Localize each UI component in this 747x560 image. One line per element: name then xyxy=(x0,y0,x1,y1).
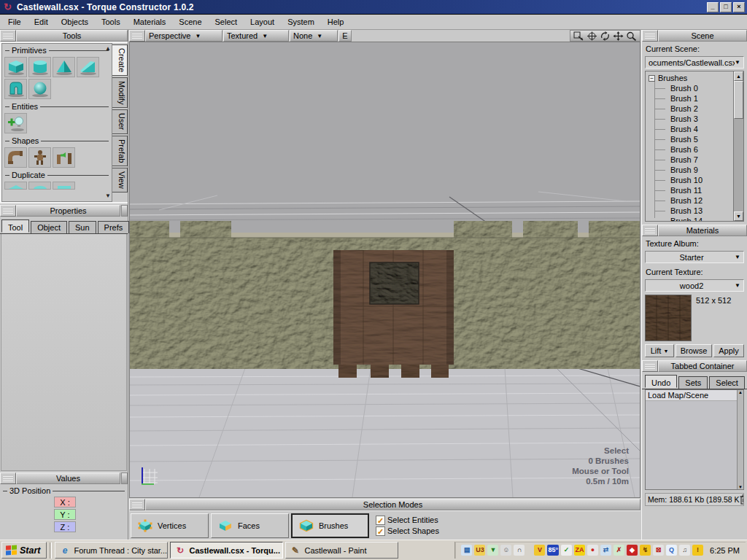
render-mode-dropdown[interactable]: Textured▼ xyxy=(223,30,289,42)
primitive-pyramid-button[interactable] xyxy=(53,57,75,77)
lift-button[interactable]: Lift▼ xyxy=(645,344,674,357)
rotate-icon[interactable] xyxy=(600,31,611,41)
quicktime-icon[interactable]: Q xyxy=(666,545,677,556)
tree-item-brush[interactable]: Brush 0 xyxy=(646,83,733,93)
target-icon[interactable] xyxy=(587,31,597,41)
primitive-sphere-button[interactable] xyxy=(28,79,51,99)
tree-root-brushes[interactable]: − Brushes xyxy=(646,73,733,83)
tab-object[interactable]: Object xyxy=(31,221,67,233)
collapse-icon[interactable]: − xyxy=(649,75,655,82)
updater-icon[interactable]: ▼ xyxy=(487,545,498,556)
menu-objects[interactable]: Objects xyxy=(55,15,95,28)
primitive-arch-button[interactable] xyxy=(4,79,27,99)
panel-grip-icon[interactable] xyxy=(0,30,16,42)
network-places-icon[interactable]: ⇄ xyxy=(600,545,611,556)
panel-grip-icon[interactable] xyxy=(129,30,145,42)
minimize-button[interactable]: _ xyxy=(707,2,719,12)
duplicate-tool-button[interactable] xyxy=(28,182,51,190)
close-button[interactable]: × xyxy=(733,2,745,12)
menu-scene[interactable]: Scene xyxy=(172,15,208,28)
taskbar-window-forum[interactable]: e Forum Thread : City star... xyxy=(55,542,168,559)
tab-prefab[interactable]: Prefab xyxy=(112,136,128,166)
panel-grip-icon[interactable] xyxy=(0,205,16,217)
voice-chat-icon[interactable]: V xyxy=(534,545,545,556)
scroll-down-icon[interactable]: ▼ xyxy=(734,211,743,221)
tree-item-brush[interactable]: Brush 11 xyxy=(646,185,733,195)
menu-file[interactable]: File xyxy=(1,15,28,28)
panel-grip-icon[interactable] xyxy=(642,360,658,372)
shape-creature-button[interactable] xyxy=(28,147,51,168)
tab-tool[interactable]: Tool xyxy=(1,219,29,233)
zoom-icon[interactable] xyxy=(626,31,637,41)
menu-system[interactable]: System xyxy=(281,15,321,28)
tab-sets[interactable]: Sets xyxy=(678,376,708,389)
tree-item-brush[interactable]: Brush 3 xyxy=(646,114,733,124)
tree-item-brush[interactable]: Brush 4 xyxy=(646,124,733,134)
tab-prefs[interactable]: Prefs xyxy=(98,221,130,233)
shape-pipe-button[interactable] xyxy=(4,147,27,168)
tree-item-brush[interactable]: Brush 2 xyxy=(646,104,733,114)
texture-album-dropdown[interactable]: Starter ▼ xyxy=(645,251,744,263)
zonealarm-icon[interactable]: ZA xyxy=(574,545,585,556)
trash-icon[interactable] xyxy=(740,494,745,505)
scroll-up-icon[interactable]: ▲ xyxy=(734,71,743,81)
view-mode-dropdown[interactable]: Perspective▼ xyxy=(145,30,222,42)
menu-edit[interactable]: Edit xyxy=(28,15,55,28)
apply-button[interactable]: Apply xyxy=(713,344,744,357)
move-icon[interactable] xyxy=(613,31,624,41)
scroll-down-icon[interactable]: ▼ xyxy=(105,193,111,199)
panel-grip-icon[interactable] xyxy=(642,30,658,42)
3d-viewport[interactable]: Select 0 Brushes Mouse or Tool 0.5m / 10… xyxy=(129,42,640,498)
select-shapes-checkbox[interactable]: ✓ Select Shapes xyxy=(376,526,439,536)
menu-materials[interactable]: Materials xyxy=(127,15,173,28)
browse-button[interactable]: Browse xyxy=(676,344,712,357)
tab-select[interactable]: Select xyxy=(709,376,745,389)
tab-view[interactable]: View xyxy=(112,168,128,192)
maximize-button[interactable]: □ xyxy=(720,2,732,12)
taskbar-window-torque[interactable]: ↻ Castlewall.csx - Torqu... xyxy=(170,542,283,559)
display-settings-icon[interactable]: ● xyxy=(587,545,598,556)
winamp-icon[interactable]: ↯ xyxy=(640,545,651,556)
messenger-icon[interactable]: ☺ xyxy=(500,545,511,556)
tab-user[interactable]: User xyxy=(112,109,128,133)
current-texture-dropdown[interactable]: wood2 ▼ xyxy=(645,279,744,292)
select-entities-checkbox[interactable]: ✓ Select Entities xyxy=(376,516,439,525)
volume-icon[interactable]: ♫ xyxy=(679,545,690,556)
tree-item-brush[interactable]: Brush 6 xyxy=(646,144,733,155)
menu-tools[interactable]: Tools xyxy=(95,15,127,28)
vertices-mode-button[interactable]: Vertices xyxy=(131,513,209,538)
duplicate-tool-button[interactable] xyxy=(53,182,75,190)
expand-viewport-button[interactable]: E xyxy=(338,30,352,42)
grid-mode-dropdown[interactable]: None▼ xyxy=(290,30,338,42)
panel-grip-icon[interactable] xyxy=(642,225,658,236)
panel-gadget[interactable] xyxy=(121,205,128,217)
lan-status-icon[interactable]: ▤ xyxy=(461,545,472,556)
scrollbar-thumb[interactable] xyxy=(734,81,743,119)
tab-sun[interactable]: Sun xyxy=(69,221,96,233)
select-region-icon[interactable] xyxy=(573,31,584,41)
menu-help[interactable]: Help xyxy=(321,15,351,28)
sync-error-icon[interactable]: ✗ xyxy=(614,545,624,556)
scroll-up-icon[interactable]: ▲ xyxy=(738,390,743,394)
brushes-mode-button[interactable]: Brushes xyxy=(291,513,369,538)
panel-gadget[interactable] xyxy=(121,472,128,484)
undo-list-scrollbar[interactable]: ▲ ▼ xyxy=(737,390,743,489)
undo-list-item[interactable]: Load Map/Scene xyxy=(646,390,737,401)
duplicate-tool-button[interactable] xyxy=(4,182,27,190)
tab-undo[interactable]: Undo xyxy=(645,375,677,388)
start-button[interactable]: Start xyxy=(1,542,47,559)
panel-grip-icon[interactable] xyxy=(129,499,145,510)
u3-launcher-icon[interactable]: U3 xyxy=(474,545,485,556)
tree-item-brush[interactable]: Brush 10 xyxy=(646,175,733,185)
primitive-wedge-button[interactable] xyxy=(77,57,99,77)
tree-item-brush[interactable]: Brush 9 xyxy=(646,165,733,175)
tab-modify[interactable]: Modify xyxy=(112,77,128,108)
faces-mode-button[interactable]: Faces xyxy=(211,513,289,538)
tree-item-brush[interactable]: Brush 13 xyxy=(646,206,733,216)
tab-create[interactable]: Create xyxy=(112,44,128,76)
scroll-up-icon[interactable]: ▲ xyxy=(105,46,111,52)
tree-item-brush[interactable]: Brush 14 xyxy=(646,216,733,221)
primitive-box-button[interactable] xyxy=(4,57,27,77)
devil-app-icon[interactable]: ◆ xyxy=(627,545,638,556)
menu-layout[interactable]: Layout xyxy=(244,15,281,28)
